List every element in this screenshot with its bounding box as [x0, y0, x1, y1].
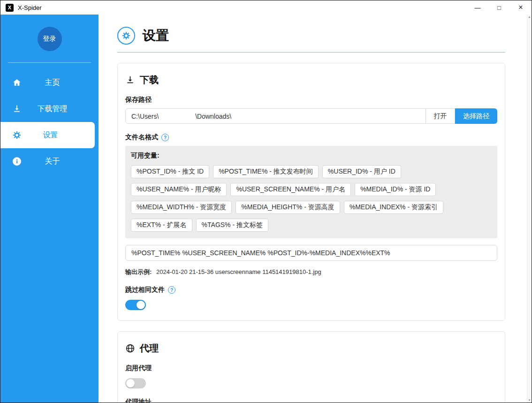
sidebar-item-about[interactable]: i 关于 — [0, 148, 99, 175]
sidebar: 登录 主页 下载管理 设置 i 关于 — [0, 15, 99, 403]
variable-chip[interactable]: %TAGS% - 推文标签 — [196, 219, 268, 232]
page-header: 设置 — [99, 15, 527, 45]
variable-chip[interactable]: %POST_TIME% - 推文发布时间 — [213, 165, 319, 178]
output-example-label: 输出示例: — [125, 268, 152, 275]
skip-same-toggle[interactable] — [125, 300, 146, 310]
gear-icon — [12, 130, 22, 140]
vertical-scrollbar[interactable]: ▲ ▼ — [527, 15, 532, 403]
save-path-group: 打开 选择路径 — [125, 108, 497, 124]
output-example-value: 2024-01-20 21-15-36 userscreenname 11451… — [156, 268, 321, 275]
sidebar-item-label: 主页 — [22, 78, 99, 88]
enable-proxy-label: 启用代理 — [125, 364, 497, 373]
home-icon — [12, 77, 22, 88]
login-avatar[interactable]: 登录 — [38, 27, 62, 51]
filename-format-input[interactable] — [125, 245, 497, 261]
variable-chip[interactable]: %USER_NAME% - 用户昵称 — [131, 183, 227, 196]
settings-page-icon — [117, 27, 135, 45]
download-settings-card: 下载 保存路径 打开 选择路径 文件名格式 ? 可用变量: %POST_ID% … — [117, 63, 505, 321]
variable-chips: %POST_ID% - 推文 ID %POST_TIME% - 推文发布时间 %… — [131, 165, 492, 232]
sidebar-item-label: 设置 — [22, 130, 95, 140]
variable-chip[interactable]: %MEDIA_WIDTH% - 资源宽度 — [131, 201, 232, 214]
variable-chip[interactable]: %MEDIA_ID% - 资源 ID — [355, 183, 436, 196]
toggle-knob — [126, 379, 135, 388]
sidebar-item-settings[interactable]: 设置 — [0, 122, 95, 148]
filename-format-label: 文件名格式 ? — [125, 133, 497, 142]
info-icon: i — [12, 156, 22, 167]
sidebar-item-label: 关于 — [22, 157, 99, 167]
variable-chip[interactable]: %USER_ID% - 用户 ID — [322, 165, 401, 178]
proxy-address-label: 代理地址 — [125, 398, 497, 403]
filename-help-icon[interactable]: ? — [161, 134, 169, 141]
globe-icon — [125, 343, 135, 353]
choose-path-button[interactable]: 选择路径 — [455, 108, 497, 124]
scroll-up-icon[interactable]: ▲ — [528, 15, 531, 18]
sidebar-divider — [8, 62, 91, 63]
toggle-knob — [137, 301, 145, 309]
skip-same-label: 跳过相同文件 ? — [125, 286, 497, 294]
proxy-section-title: 代理 — [125, 342, 497, 355]
variable-chip[interactable]: %MEDIA_HEIGHT% - 资源高度 — [236, 201, 340, 214]
save-path-label: 保存路径 — [125, 96, 497, 104]
proxy-settings-card: 代理 启用代理 代理地址 — [117, 331, 505, 403]
variable-chip[interactable]: %POST_ID% - 推文 ID — [131, 165, 209, 178]
app-logo-icon: X — [6, 4, 14, 12]
window-controls: — □ × — [467, 0, 532, 15]
sidebar-item-home[interactable]: 主页 — [0, 69, 99, 96]
header-divider — [117, 52, 505, 53]
download-icon — [12, 104, 22, 114]
variable-chip[interactable]: %EXT% - 扩展名 — [131, 219, 192, 232]
sidebar-item-download-manager[interactable]: 下载管理 — [0, 96, 99, 122]
app-title: X-Spider — [18, 4, 42, 11]
enable-proxy-toggle[interactable] — [125, 378, 146, 388]
minimize-button[interactable]: — — [467, 0, 488, 15]
variable-chip[interactable]: %MEDIA_INDEX% - 资源索引 — [344, 201, 443, 214]
variables-box: 可用变量: %POST_ID% - 推文 ID %POST_TIME% - 推文… — [125, 146, 497, 238]
page-title: 设置 — [143, 27, 169, 45]
close-button[interactable]: × — [510, 0, 532, 15]
output-example: 输出示例: 2024-01-20 21-15-36 userscreenname… — [125, 268, 497, 276]
open-path-button[interactable]: 打开 — [426, 108, 455, 124]
scroll-down-icon[interactable]: ▼ — [528, 399, 531, 402]
sidebar-item-label: 下载管理 — [22, 104, 99, 114]
main-content: 设置 下载 保存路径 打开 选择路径 文件名格式 ? 可用变量: %POST_I… — [99, 15, 527, 403]
maximize-button[interactable]: □ — [488, 0, 510, 15]
download-icon — [125, 75, 135, 85]
download-section-title: 下载 — [125, 74, 497, 86]
variable-chip[interactable]: %USER_SCREEN_NAME% - 用户名 — [230, 183, 351, 196]
titlebar: X X-Spider — □ × — [0, 0, 532, 15]
save-path-input[interactable] — [125, 108, 426, 124]
variables-title: 可用变量: — [131, 152, 492, 160]
skip-same-help-icon[interactable]: ? — [168, 286, 175, 294]
